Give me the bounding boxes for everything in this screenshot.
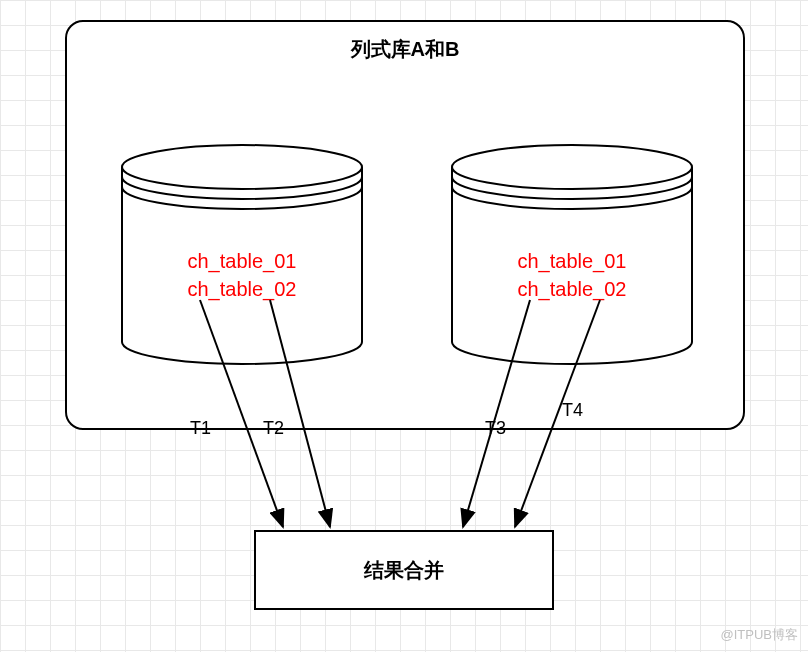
cylinder-left-tables: ch_table_01 ch_table_02 (117, 247, 367, 303)
database-cylinder-right: ch_table_01 ch_table_02 (447, 142, 697, 362)
cylinder-left-table1: ch_table_01 (117, 247, 367, 275)
result-label: 结果合并 (364, 557, 444, 584)
cylinder-left-table2: ch_table_02 (117, 275, 367, 303)
svg-point-0 (122, 145, 362, 189)
cylinder-right-table2: ch_table_02 (447, 275, 697, 303)
arrow-label-t3: T3 (485, 418, 506, 439)
arrow-label-t4: T4 (562, 400, 583, 421)
arrow-label-t2: T2 (263, 418, 284, 439)
arrow-label-t1: T1 (190, 418, 211, 439)
watermark: @ITPUB博客 (721, 626, 798, 644)
cylinder-right-tables: ch_table_01 ch_table_02 (447, 247, 697, 303)
database-cylinder-left: ch_table_01 ch_table_02 (117, 142, 367, 362)
svg-point-1 (452, 145, 692, 189)
cylinder-right-table1: ch_table_01 (447, 247, 697, 275)
database-container: 列式库A和B ch_table_01 ch_table_02 ch_table_… (65, 20, 745, 430)
container-title: 列式库A和B (67, 36, 743, 63)
result-merge-box: 结果合并 (254, 530, 554, 610)
